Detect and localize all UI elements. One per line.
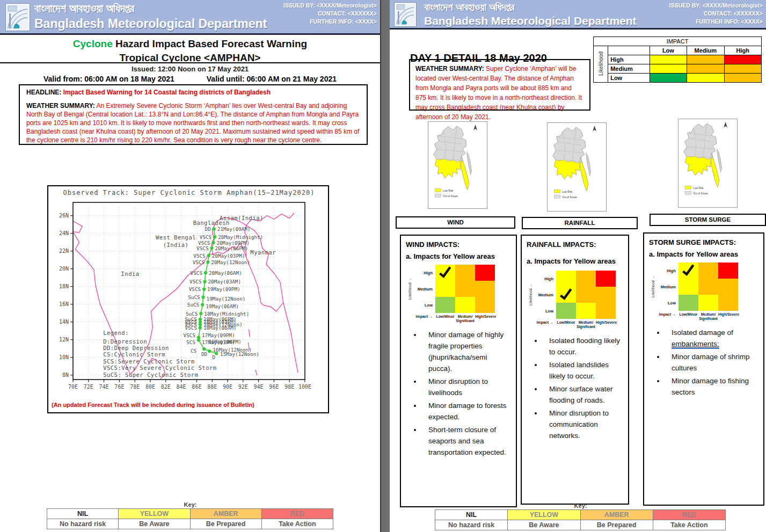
observed-track-map: Observed Track: Super Cyclonic Storm Amp… [48, 186, 328, 397]
track-point [199, 326, 202, 329]
svg-text:19May(09PM): 19May(09PM) [207, 286, 240, 292]
org-name-bengali: বাংলাদেশ আবহাওয়া অধিদপ্তর [424, 1, 637, 14]
svg-text:10N: 10N [59, 354, 69, 360]
svg-text:Bangladesh: Bangladesh [193, 220, 230, 226]
impact-bullet: Minor damage of highly fragile propertie… [422, 330, 512, 375]
weather-summary: WEATHER SUMMARY: An Extremely Severe Cyc… [26, 102, 360, 145]
svg-text:17May(03PM): 17May(03PM) [202, 339, 235, 345]
risk-cell [650, 64, 687, 74]
likelihood-axis-label: Likelihood [594, 46, 608, 83]
svg-text:20May(09PM): 20May(09PM) [216, 240, 250, 246]
matrix-row-label: Medium [414, 281, 435, 297]
yellow-risk-area [685, 156, 711, 176]
key-desc: Be Aware [507, 520, 580, 530]
risk-cell [687, 55, 724, 64]
svg-text:82E: 82E [161, 384, 171, 390]
key-yellow: YELLOW [118, 508, 190, 519]
storm-surge-impacts-subtitle: a. Impacts for Yellow areas [649, 250, 759, 258]
svg-text:96E: 96E [269, 384, 279, 390]
rainfall-impacts-title: RAINFALL IMPACTS: [527, 241, 624, 249]
impact-bullet: Minor damage to fishing sectors [665, 376, 759, 398]
svg-text:18May(06PM): 18May(06PM) [203, 316, 237, 322]
matrix-row-label: Low [657, 295, 679, 311]
svg-text:VSCS: VSCS [200, 234, 211, 240]
track-point [203, 280, 206, 283]
likelihood-row-label: High [608, 55, 650, 64]
matrix-cell [576, 271, 596, 287]
matrix-cell [718, 279, 738, 295]
svg-text:100E: 100E [298, 384, 311, 390]
impact-bullet: Minor surface water flooding of roads. [543, 384, 624, 406]
key-desc: Be Aware [118, 519, 190, 529]
svg-text:16May(12Noon): 16May(12Noon) [213, 347, 252, 353]
valid-until: Valid until: 06:00 AM on 21 May 2021 [207, 75, 337, 83]
key-table: NILYELLOWAMBERRED No hazard riskBe Aware… [47, 509, 333, 529]
track-point [199, 312, 202, 315]
key-desc: No hazard risk [47, 519, 119, 529]
svg-text:20May(06AM): 20May(06AM) [209, 270, 242, 276]
contact: CONTACT: <XXXXXX> [283, 10, 377, 18]
matrix-cell [596, 271, 616, 287]
impact-col-header: High [724, 46, 761, 55]
storm-surge-impacts-list: Isolated damage of embankments;Minor dam… [649, 327, 759, 398]
matrix-col-label: High/Severe [475, 315, 495, 323]
validity-row: Valid from: 06:00 AM on 18 May 2021 Vali… [0, 75, 380, 83]
storm-surge-impacts-box: STORM SURGE IMPACTS: a. Impacts for Yell… [643, 232, 764, 506]
north-arrow-icon [593, 126, 596, 132]
track-point [213, 227, 216, 230]
key-label: Key: [435, 502, 726, 509]
valid-from: Valid from: 06:00 AM on 18 May 2021 [43, 75, 174, 83]
svg-text:76E: 76E [114, 384, 124, 390]
svg-text:20May(06PM): 20May(06PM) [215, 245, 249, 251]
impact-col-header: Medium [687, 46, 724, 55]
further-info: FURTHER INFO: <XXXX> [283, 18, 377, 26]
checkmark-icon [436, 265, 454, 280]
impact-axis-label: Impact → [414, 315, 435, 323]
svg-text:DD: DD [201, 351, 208, 357]
svg-text:D:Depression: D:Depression [103, 338, 147, 345]
wind-risk-map: Low RiskOut of Scope [428, 121, 487, 209]
matrix-cell [455, 297, 475, 313]
track-point [201, 303, 204, 307]
matrix-col-label: Low/Minor [679, 312, 698, 321]
matrix-row-label: High [535, 271, 556, 287]
matrix-col-label: High/Severe [596, 320, 616, 329]
svg-text:D: D [212, 354, 215, 360]
yellow-risk-area-coastal-strip [580, 161, 588, 191]
svg-text:84E: 84E [177, 384, 186, 390]
legend-out-of-scope: Out of Scope [693, 192, 708, 195]
org-titles: বাংলাদেশ আবহাওয়া অধিদপ্তর Bangladesh Me… [424, 1, 637, 28]
rainfall-risk-map: Low RiskOut of Scope [547, 122, 607, 212]
legend-low-risk: Low Risk [693, 187, 704, 190]
matrix-cell [596, 303, 616, 319]
svg-text:86E: 86E [192, 384, 201, 390]
key-table: NILYELLOWAMBERRED No hazard riskBe Aware… [435, 510, 726, 530]
bangladesh-map: Low RiskOut of Scope [428, 122, 486, 206]
bmd-logo-art [395, 3, 416, 26]
weather-summary-box: WEATHER SUMMARY: Super Cyclone ‘Amphan’ … [409, 59, 590, 111]
track-point [206, 260, 209, 264]
risk-cell [687, 74, 724, 83]
track-point [202, 295, 205, 298]
svg-text:98E: 98E [284, 384, 294, 390]
svg-text:VSCS: VSCS [189, 286, 201, 292]
north-arrow-icon [724, 122, 727, 128]
key-amber: AMBER [580, 509, 653, 520]
issuer-info: ISSUED BY: <XXXX/Meteorologist> CONTACT:… [669, 2, 763, 26]
key-legend-left: Key: NILYELLOWAMBERRED No hazard riskBe … [47, 501, 333, 529]
matrix-cell [475, 281, 495, 297]
svg-text:19May(06AM): 19May(06AM) [206, 303, 239, 309]
svg-text:CS: CS [191, 348, 196, 354]
checkmark-icon [557, 287, 574, 302]
document-title: Cyclone Hazard Impact Based Forecast War… [0, 34, 380, 63]
impact-bullet: Isolated damage of embankments; [665, 327, 759, 350]
key-desc: Take Action [261, 519, 333, 529]
svg-text:19May(12Noon): 19May(12Noon) [207, 296, 246, 302]
page-divider [380, 0, 391, 532]
svg-text:20May(12Noon): 20May(12Noon) [211, 259, 250, 265]
title-hazard-type: Cyclone [73, 38, 113, 49]
matrix-cell [556, 287, 576, 303]
matrix-cell [698, 279, 718, 295]
impact-likelihood-table: IMPACTLikelihoodLowMediumHighHighMediumL… [593, 37, 762, 83]
yellow-risk-area [435, 159, 461, 178]
